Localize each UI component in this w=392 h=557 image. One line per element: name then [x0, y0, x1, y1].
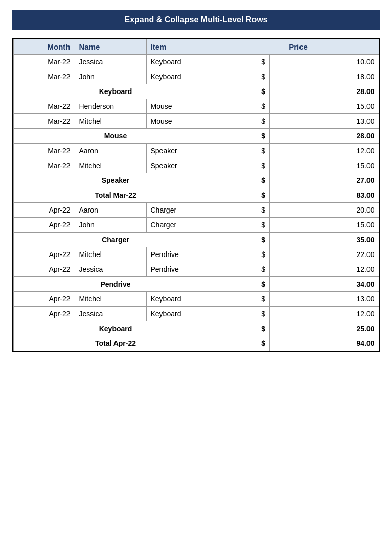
- table-row: Pendrive $ 34.00: [13, 277, 379, 292]
- table-row: Mar-22 Mitchel Speaker $ 15.00: [13, 158, 379, 173]
- header-month: Month: [13, 39, 75, 55]
- total-label: Total Apr-22: [13, 336, 218, 351]
- cell-name: Aaron: [75, 144, 146, 158]
- cell-value: 20.00: [270, 203, 379, 218]
- cell-month: Mar-22: [13, 99, 75, 114]
- cell-item: Speaker: [146, 144, 218, 158]
- cell-name: Mitchel: [75, 292, 146, 307]
- subtotal-value: 25.00: [270, 321, 379, 336]
- cell-month: Mar-22: [13, 144, 75, 158]
- table-row: Mar-22 Mitchel Mouse $ 13.00: [13, 114, 379, 129]
- table-row: Mouse $ 28.00: [13, 129, 379, 144]
- table-row: Apr-22 Jessica Keyboard $ 12.00: [13, 307, 379, 321]
- table-row: Speaker $ 27.00: [13, 173, 379, 188]
- header-price: Price: [218, 39, 379, 55]
- subtotal-value: 27.00: [270, 173, 379, 188]
- cell-value: 12.00: [270, 144, 379, 158]
- subtotal-dollar: $: [218, 173, 270, 188]
- cell-item: Speaker: [146, 158, 218, 173]
- cell-dollar: $: [218, 292, 270, 307]
- cell-item: Mouse: [146, 99, 218, 114]
- cell-name: Mitchel: [75, 158, 146, 173]
- cell-dollar: $: [218, 69, 270, 84]
- cell-value: 10.00: [270, 55, 379, 69]
- cell-month: Apr-22: [13, 218, 75, 233]
- cell-item: Mouse: [146, 114, 218, 129]
- total-dollar: $: [218, 336, 270, 351]
- subtotal-dollar: $: [218, 129, 270, 144]
- subtotal-value: 28.00: [270, 129, 379, 144]
- subtotal-dollar: $: [218, 321, 270, 336]
- cell-name: John: [75, 218, 146, 233]
- cell-item: Keyboard: [146, 292, 218, 307]
- cell-dollar: $: [218, 114, 270, 129]
- cell-dollar: $: [218, 55, 270, 69]
- subtotal-dollar: $: [218, 84, 270, 99]
- cell-value: 18.00: [270, 69, 379, 84]
- cell-name: John: [75, 69, 146, 84]
- cell-item: Pendrive: [146, 262, 218, 277]
- cell-month: Mar-22: [13, 55, 75, 69]
- total-value: 83.00: [270, 188, 379, 203]
- subtotal-value: 28.00: [270, 84, 379, 99]
- cell-month: Mar-22: [13, 69, 75, 84]
- cell-month: Apr-22: [13, 307, 75, 321]
- table-row: Apr-22 Jessica Pendrive $ 12.00: [13, 262, 379, 277]
- table-row: Apr-22 John Charger $ 15.00: [13, 218, 379, 233]
- table-row: Charger $ 35.00: [13, 233, 379, 247]
- subtotal-value: 34.00: [270, 277, 379, 292]
- table-row: Mar-22 Aaron Speaker $ 12.00: [13, 144, 379, 158]
- subtotal-value: 35.00: [270, 233, 379, 247]
- cell-dollar: $: [218, 307, 270, 321]
- cell-value: 13.00: [270, 114, 379, 129]
- table-row: Apr-22 Mitchel Pendrive $ 22.00: [13, 247, 379, 262]
- subtotal-label: Keyboard: [13, 84, 218, 99]
- header-name: Name: [75, 39, 146, 55]
- total-label: Total Mar-22: [13, 188, 218, 203]
- cell-name: Mitchel: [75, 247, 146, 262]
- total-value: 94.00: [270, 336, 379, 351]
- subtotal-dollar: $: [218, 233, 270, 247]
- header-row: Month Name Item Price: [13, 39, 379, 55]
- cell-month: Mar-22: [13, 158, 75, 173]
- cell-dollar: $: [218, 218, 270, 233]
- table-row: Total Apr-22 $ 94.00: [13, 336, 379, 351]
- spreadsheet-container: Expand & Collapse Multi-Level Rows Month…: [12, 10, 380, 355]
- cell-month: Apr-22: [13, 292, 75, 307]
- cell-name: Aaron: [75, 203, 146, 218]
- cell-dollar: $: [218, 144, 270, 158]
- cell-item: Pendrive: [146, 247, 218, 262]
- cell-item: Keyboard: [146, 55, 218, 69]
- cell-month: Mar-22: [13, 114, 75, 129]
- table-row: Mar-22 John Keyboard $ 18.00: [13, 69, 379, 84]
- total-dollar: $: [218, 188, 270, 203]
- cell-name: Jessica: [75, 307, 146, 321]
- cell-value: 12.00: [270, 262, 379, 277]
- cell-name: Mitchel: [75, 114, 146, 129]
- cell-item: Charger: [146, 203, 218, 218]
- cell-value: 15.00: [270, 218, 379, 233]
- data-table: Month Name Item Price Mar-22 Jessica Key…: [13, 39, 379, 351]
- table-row: Keyboard $ 25.00: [13, 321, 379, 336]
- table-row: Keyboard $ 28.00: [13, 84, 379, 99]
- cell-item: Keyboard: [146, 307, 218, 321]
- subtotal-label: Pendrive: [13, 277, 218, 292]
- cell-month: Apr-22: [13, 262, 75, 277]
- cell-month: Apr-22: [13, 203, 75, 218]
- subtotal-label: Charger: [13, 233, 218, 247]
- cell-dollar: $: [218, 203, 270, 218]
- cell-value: 15.00: [270, 158, 379, 173]
- subtotal-label: Speaker: [13, 173, 218, 188]
- cell-name: Jessica: [75, 262, 146, 277]
- spreadsheet-title: Expand & Collapse Multi-Level Rows: [12, 10, 380, 30]
- subtotal-label: Mouse: [13, 129, 218, 144]
- table-row: Total Mar-22 $ 83.00: [13, 188, 379, 203]
- table-row: Mar-22 Jessica Keyboard $ 10.00: [13, 55, 379, 69]
- cell-value: 22.00: [270, 247, 379, 262]
- cell-month: Apr-22: [13, 247, 75, 262]
- table-wrapper: Month Name Item Price Mar-22 Jessica Key…: [12, 38, 380, 352]
- subtotal-dollar: $: [218, 277, 270, 292]
- cell-item: Keyboard: [146, 69, 218, 84]
- subtotal-label: Keyboard: [13, 321, 218, 336]
- cell-name: Jessica: [75, 55, 146, 69]
